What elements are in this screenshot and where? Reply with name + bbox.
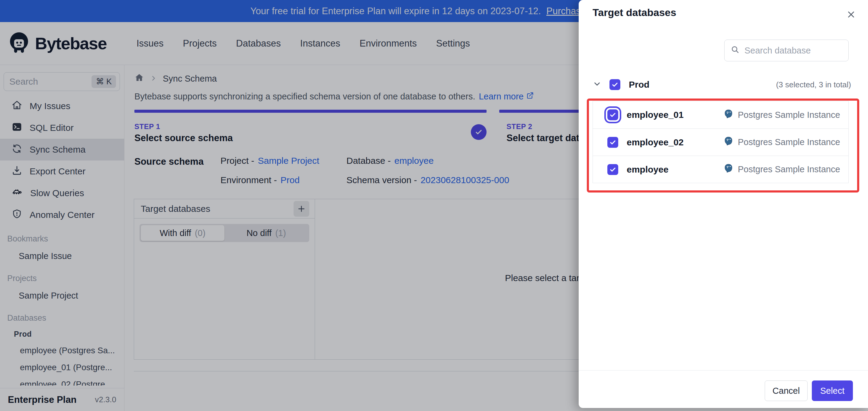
- search-icon: [731, 45, 740, 56]
- instance-name: Postgres Sample Instance: [738, 110, 840, 120]
- modal-footer-divider: [579, 370, 868, 371]
- instance-info: Postgres Sample Instance: [723, 136, 840, 148]
- environment-group-row: Prod (3 selected, 3 in total): [593, 76, 851, 93]
- database-row-employee-02[interactable]: employee_02 Postgres Sample Instance: [593, 128, 848, 156]
- database-search-input[interactable]: Search database: [724, 39, 849, 61]
- database-row-employee-01[interactable]: employee_01 Postgres Sample Instance: [593, 101, 848, 128]
- postgres-icon: [723, 109, 734, 121]
- employee-01-checkbox[interactable]: [607, 109, 618, 120]
- database-name: employee_01: [627, 110, 683, 120]
- employee-checkbox[interactable]: [607, 164, 618, 175]
- database-name: employee: [627, 165, 669, 175]
- close-icon[interactable]: [845, 8, 857, 21]
- cancel-button[interactable]: Cancel: [765, 380, 808, 401]
- select-button[interactable]: Select: [812, 380, 853, 401]
- group-name: Prod: [629, 80, 649, 90]
- modal-title: Target databases: [593, 7, 676, 19]
- postgres-icon: [723, 163, 734, 176]
- database-name: employee_02: [627, 137, 683, 147]
- instance-name: Postgres Sample Instance: [738, 165, 840, 174]
- database-list: employee_01 Postgres Sample Instance: [593, 101, 849, 183]
- prod-group-checkbox[interactable]: [610, 79, 620, 90]
- postgres-icon: [723, 136, 734, 148]
- chevron-down-icon[interactable]: [593, 80, 601, 90]
- database-search-placeholder: Search database: [744, 46, 811, 56]
- group-selection-summary: (3 selected, 3 in total): [776, 80, 851, 89]
- bytebase-app: Your free trial for Enterprise Plan will…: [0, 0, 868, 411]
- employee-02-checkbox[interactable]: [607, 137, 618, 148]
- instance-name: Postgres Sample Instance: [738, 137, 840, 147]
- instance-info: Postgres Sample Instance: [723, 163, 840, 176]
- target-databases-modal: Target databases Search database Prod (3…: [579, 0, 868, 408]
- database-row-employee[interactable]: employee Postgres Sample Instance: [593, 156, 848, 183]
- instance-info: Postgres Sample Instance: [723, 109, 840, 121]
